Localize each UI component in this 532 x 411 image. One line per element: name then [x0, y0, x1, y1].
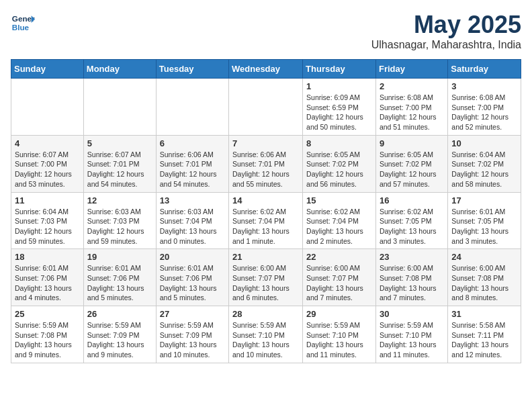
day-info: Sunrise: 6:01 AM Sunset: 7:06 PM Dayligh… — [160, 263, 225, 303]
day-cell: 31Sunrise: 5:58 AM Sunset: 7:11 PM Dayli… — [448, 306, 521, 363]
day-cell: 16Sunrise: 6:02 AM Sunset: 7:05 PM Dayli… — [375, 192, 447, 249]
day-number: 11 — [15, 195, 80, 205]
day-cell: 30Sunrise: 5:59 AM Sunset: 7:10 PM Dayli… — [375, 306, 447, 363]
day-number: 15 — [306, 195, 372, 205]
day-number: 31 — [451, 309, 517, 319]
day-number: 24 — [451, 252, 517, 262]
day-info: Sunrise: 6:01 AM Sunset: 7:05 PM Dayligh… — [451, 207, 517, 246]
logo-icon: General Blue — [11, 11, 35, 35]
day-info: Sunrise: 5:59 AM Sunset: 7:08 PM Dayligh… — [15, 320, 80, 360]
weekday-header-tuesday: Tuesday — [156, 60, 228, 79]
header: General Blue May 2025 Ulhasnagar, Mahara… — [11, 11, 521, 51]
day-cell: 15Sunrise: 6:02 AM Sunset: 7:04 PM Dayli… — [303, 192, 376, 249]
day-cell: 3Sunrise: 6:08 AM Sunset: 7:00 PM Daylig… — [448, 79, 521, 136]
day-number: 27 — [160, 309, 225, 319]
day-cell: 8Sunrise: 6:05 AM Sunset: 7:02 PM Daylig… — [303, 135, 376, 192]
day-info: Sunrise: 6:06 AM Sunset: 7:01 PM Dayligh… — [232, 150, 299, 189]
day-cell: 23Sunrise: 6:00 AM Sunset: 7:08 PM Dayli… — [375, 249, 447, 306]
day-cell — [156, 79, 228, 136]
calendar-table: SundayMondayTuesdayWednesdayThursdayFrid… — [11, 59, 521, 363]
day-info: Sunrise: 6:02 AM Sunset: 7:04 PM Dayligh… — [232, 207, 299, 246]
day-number: 25 — [15, 309, 80, 319]
day-info: Sunrise: 6:06 AM Sunset: 7:01 PM Dayligh… — [160, 150, 225, 189]
day-info: Sunrise: 6:02 AM Sunset: 7:04 PM Dayligh… — [306, 207, 372, 246]
title-area: May 2025 Ulhasnagar, Maharashtra, India — [371, 11, 521, 51]
day-cell: 6Sunrise: 6:06 AM Sunset: 7:01 PM Daylig… — [156, 135, 228, 192]
day-info: Sunrise: 5:58 AM Sunset: 7:11 PM Dayligh… — [451, 320, 517, 360]
day-info: Sunrise: 6:00 AM Sunset: 7:07 PM Dayligh… — [306, 263, 372, 303]
day-info: Sunrise: 6:01 AM Sunset: 7:06 PM Dayligh… — [15, 263, 80, 303]
weekday-header-sunday: Sunday — [11, 60, 84, 79]
day-info: Sunrise: 6:09 AM Sunset: 6:59 PM Dayligh… — [306, 93, 372, 132]
svg-text:Blue: Blue — [12, 23, 30, 32]
day-info: Sunrise: 6:04 AM Sunset: 7:03 PM Dayligh… — [15, 207, 80, 246]
day-number: 19 — [87, 252, 152, 262]
day-number: 9 — [380, 138, 444, 148]
day-cell: 10Sunrise: 6:04 AM Sunset: 7:02 PM Dayli… — [448, 135, 521, 192]
week-row-2: 4Sunrise: 6:07 AM Sunset: 7:00 PM Daylig… — [11, 135, 521, 192]
location-title: Ulhasnagar, Maharashtra, India — [371, 39, 521, 51]
day-info: Sunrise: 6:03 AM Sunset: 7:04 PM Dayligh… — [160, 207, 225, 246]
day-info: Sunrise: 6:02 AM Sunset: 7:05 PM Dayligh… — [380, 207, 444, 246]
day-number: 5 — [87, 138, 152, 148]
weekday-header-wednesday: Wednesday — [229, 60, 303, 79]
day-number: 18 — [15, 252, 80, 262]
day-cell: 5Sunrise: 6:07 AM Sunset: 7:01 PM Daylig… — [83, 135, 156, 192]
weekday-header-thursday: Thursday — [303, 60, 376, 79]
week-row-4: 18Sunrise: 6:01 AM Sunset: 7:06 PM Dayli… — [11, 249, 521, 306]
day-cell: 7Sunrise: 6:06 AM Sunset: 7:01 PM Daylig… — [229, 135, 303, 192]
day-number: 28 — [232, 309, 299, 319]
day-info: Sunrise: 6:00 AM Sunset: 7:08 PM Dayligh… — [380, 263, 444, 303]
day-cell: 12Sunrise: 6:03 AM Sunset: 7:03 PM Dayli… — [83, 192, 156, 249]
day-cell — [229, 79, 303, 136]
day-cell — [83, 79, 156, 136]
day-info: Sunrise: 6:05 AM Sunset: 7:02 PM Dayligh… — [306, 150, 372, 189]
day-info: Sunrise: 6:00 AM Sunset: 7:07 PM Dayligh… — [232, 263, 299, 303]
day-number: 1 — [306, 81, 372, 91]
day-number: 10 — [451, 138, 517, 148]
day-number: 21 — [232, 252, 299, 262]
day-cell: 4Sunrise: 6:07 AM Sunset: 7:00 PM Daylig… — [11, 135, 84, 192]
day-number: 22 — [306, 252, 372, 262]
week-row-1: 1Sunrise: 6:09 AM Sunset: 6:59 PM Daylig… — [11, 79, 521, 136]
day-cell — [11, 79, 84, 136]
month-title: May 2025 — [371, 11, 521, 39]
day-info: Sunrise: 6:05 AM Sunset: 7:02 PM Dayligh… — [380, 150, 444, 189]
week-row-5: 25Sunrise: 5:59 AM Sunset: 7:08 PM Dayli… — [11, 306, 521, 363]
day-info: Sunrise: 5:59 AM Sunset: 7:10 PM Dayligh… — [380, 320, 444, 360]
weekday-header-saturday: Saturday — [448, 60, 521, 79]
day-number: 2 — [380, 81, 444, 91]
day-info: Sunrise: 6:00 AM Sunset: 7:08 PM Dayligh… — [451, 263, 517, 303]
day-info: Sunrise: 5:59 AM Sunset: 7:09 PM Dayligh… — [160, 320, 225, 360]
day-info: Sunrise: 6:01 AM Sunset: 7:06 PM Dayligh… — [87, 263, 152, 303]
day-number: 17 — [451, 195, 517, 205]
day-cell: 18Sunrise: 6:01 AM Sunset: 7:06 PM Dayli… — [11, 249, 84, 306]
weekday-header-friday: Friday — [375, 60, 447, 79]
logo: General Blue — [11, 11, 35, 35]
day-cell: 29Sunrise: 5:59 AM Sunset: 7:10 PM Dayli… — [303, 306, 376, 363]
week-row-3: 11Sunrise: 6:04 AM Sunset: 7:03 PM Dayli… — [11, 192, 521, 249]
day-number: 23 — [380, 252, 444, 262]
day-number: 13 — [160, 195, 225, 205]
day-number: 12 — [87, 195, 152, 205]
weekday-header-monday: Monday — [83, 60, 156, 79]
day-cell: 20Sunrise: 6:01 AM Sunset: 7:06 PM Dayli… — [156, 249, 228, 306]
day-number: 6 — [160, 138, 225, 148]
day-cell: 1Sunrise: 6:09 AM Sunset: 6:59 PM Daylig… — [303, 79, 376, 136]
day-cell: 24Sunrise: 6:00 AM Sunset: 7:08 PM Dayli… — [448, 249, 521, 306]
day-number: 3 — [451, 81, 517, 91]
day-info: Sunrise: 6:07 AM Sunset: 7:01 PM Dayligh… — [87, 150, 152, 189]
day-info: Sunrise: 5:59 AM Sunset: 7:10 PM Dayligh… — [232, 320, 299, 360]
day-cell: 13Sunrise: 6:03 AM Sunset: 7:04 PM Dayli… — [156, 192, 228, 249]
day-info: Sunrise: 6:08 AM Sunset: 7:00 PM Dayligh… — [451, 93, 517, 132]
day-cell: 14Sunrise: 6:02 AM Sunset: 7:04 PM Dayli… — [229, 192, 303, 249]
day-number: 14 — [232, 195, 299, 205]
day-cell: 22Sunrise: 6:00 AM Sunset: 7:07 PM Dayli… — [303, 249, 376, 306]
day-info: Sunrise: 6:08 AM Sunset: 7:00 PM Dayligh… — [380, 93, 444, 132]
day-cell: 2Sunrise: 6:08 AM Sunset: 7:00 PM Daylig… — [375, 79, 447, 136]
day-number: 7 — [232, 138, 299, 148]
day-cell: 19Sunrise: 6:01 AM Sunset: 7:06 PM Dayli… — [83, 249, 156, 306]
day-number: 16 — [380, 195, 444, 205]
day-info: Sunrise: 6:07 AM Sunset: 7:00 PM Dayligh… — [15, 150, 80, 189]
day-info: Sunrise: 5:59 AM Sunset: 7:09 PM Dayligh… — [87, 320, 152, 360]
